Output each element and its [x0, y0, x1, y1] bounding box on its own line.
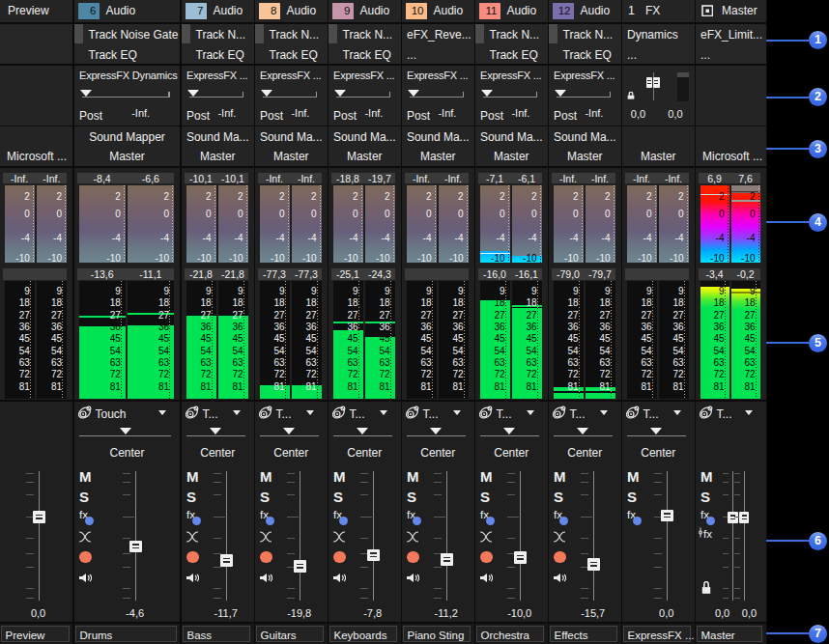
output-routing[interactable]: Master [549, 150, 621, 163]
output-routing[interactable]: Master [329, 150, 401, 163]
fader-track[interactable] [39, 471, 41, 602]
pan-slider-line[interactable] [333, 435, 392, 436]
fader-track[interactable] [593, 471, 595, 602]
phase-invert-icon[interactable] [332, 531, 346, 543]
strip-name-box[interactable]: Bass [183, 626, 250, 642]
mute-button[interactable]: M [186, 470, 199, 484]
insert-scrollbar-thumb[interactable] [182, 24, 190, 43]
insert-fx-item[interactable]: Track N... [343, 28, 393, 42]
pan-position-label[interactable]: Center [182, 446, 254, 460]
mute-button[interactable]: M [700, 470, 713, 484]
pan-slider-thumb[interactable] [503, 428, 515, 434]
output-routing[interactable]: Master [402, 150, 474, 163]
automation-mode-label[interactable]: T... [497, 407, 512, 421]
fader-track[interactable] [135, 471, 137, 602]
solo-button[interactable]: S [627, 490, 637, 504]
solo-button[interactable]: S [186, 490, 196, 504]
send-level-thumb[interactable] [187, 90, 199, 97]
insert-fx-list-fx-1[interactable]: Dynamics... [622, 24, 695, 64]
automation-mode-label[interactable]: T... [276, 407, 292, 421]
insert-fx-item[interactable]: ... [407, 48, 416, 62]
insert-fx-item[interactable]: ... [627, 48, 637, 62]
automation-settings-icon[interactable] [406, 406, 419, 419]
strip-name-box[interactable]: Orchestra [476, 626, 544, 642]
io-fader-handle-right[interactable] [653, 77, 660, 89]
insert-fx-list-track-6[interactable]: Track Noise GateTrack EQ [74, 24, 180, 64]
solo-button[interactable]: S [407, 490, 416, 504]
input-device[interactable]: Sound Ma... [255, 130, 328, 144]
fader-handle[interactable] [661, 510, 673, 522]
insert-fx-item[interactable]: Track N... [563, 28, 614, 42]
input-device[interactable]: Sound Mapper [74, 130, 180, 144]
phase-invert-icon[interactable] [479, 531, 493, 543]
fx-enabled-dot[interactable] [413, 517, 422, 526]
send-tap-label[interactable]: Post [407, 109, 430, 123]
solo-button[interactable]: S [554, 490, 563, 504]
insert-fx-list-track-8[interactable]: Track N...Track EQ [255, 24, 328, 64]
send-tap-label[interactable]: Post [260, 109, 283, 123]
send-fx-name[interactable]: ExpressFX ... [407, 70, 468, 81]
strip-name-box[interactable]: Piano Sting [403, 626, 471, 642]
record-arm-button[interactable] [333, 551, 346, 564]
automation-settings-icon[interactable] [332, 406, 346, 419]
output-routing[interactable]: Microsoft ... [702, 150, 762, 163]
fader-handle[interactable] [728, 512, 738, 524]
pan-slider-line[interactable] [627, 435, 686, 436]
automation-dropdown-arrow[interactable] [745, 410, 753, 415]
send-level-slider[interactable] [410, 97, 464, 98]
pan-slider-line[interactable] [186, 435, 245, 436]
insert-scrollbar-thumb[interactable] [549, 24, 557, 43]
send-fx-name[interactable]: ExpressFX ... [333, 70, 394, 81]
send-level-slider[interactable] [263, 97, 317, 98]
insert-fx-item[interactable]: Track EQ [490, 48, 538, 62]
automation-settings-icon[interactable] [626, 406, 640, 419]
insert-fx-item[interactable]: Track EQ [89, 48, 137, 62]
strip-header-track-6[interactable]: 6Audio [74, 0, 180, 22]
speaker-icon[interactable] [78, 573, 92, 583]
fx-enabled-dot[interactable] [192, 517, 202, 526]
fx-enabled-dot[interactable] [486, 517, 496, 526]
strip-name-box[interactable]: ExpressFX ... [623, 626, 691, 642]
pan-slider-thumb[interactable] [650, 428, 662, 434]
insert-fx-item[interactable]: eFX_Limit... [700, 28, 762, 42]
automation-dropdown-arrow[interactable] [453, 410, 461, 415]
send-fx-name[interactable]: ExpressFX Dynamics [79, 70, 178, 81]
insert-fx-list-master[interactable]: eFX_Limit...... [696, 24, 766, 64]
fader-handle[interactable] [587, 558, 600, 571]
insert-fx-list-track-12[interactable]: Track N...Track EQ [549, 24, 621, 64]
insert-scrollbar-thumb[interactable] [329, 24, 337, 43]
fx-enabled-dot[interactable] [559, 517, 569, 526]
fader-handle[interactable] [294, 560, 306, 573]
strip-header-fx-1[interactable]: 1FX [622, 0, 695, 22]
record-arm-button[interactable] [554, 551, 566, 564]
insert-scrollbar[interactable] [182, 24, 190, 64]
strip-header-track-9[interactable]: 9Audio [329, 0, 401, 22]
record-arm-button[interactable] [79, 551, 92, 564]
send-level-slider[interactable] [82, 97, 170, 98]
pan-slider-line[interactable] [554, 435, 613, 436]
record-arm-button[interactable] [407, 551, 419, 564]
send-level-thumb[interactable] [555, 90, 566, 97]
insert-fx-item[interactable]: Dynamics [627, 28, 678, 42]
insert-fx-item[interactable]: Track EQ [563, 48, 612, 62]
fader-track[interactable] [732, 471, 734, 602]
speaker-icon[interactable] [553, 573, 566, 583]
fader-track[interactable] [373, 471, 375, 602]
strip-name-box[interactable]: Effects [550, 626, 617, 642]
fader-track[interactable] [744, 471, 746, 602]
insert-scrollbar-thumb[interactable] [255, 24, 264, 43]
insert-fx-list-track-9[interactable]: Track N...Track EQ [329, 24, 401, 64]
input-device[interactable]: Sound Ma... [182, 130, 254, 144]
input-device[interactable]: Sound Ma... [549, 130, 621, 144]
fader-track[interactable] [446, 471, 448, 602]
strip-name-box[interactable]: Preview [1, 626, 70, 642]
solo-button[interactable]: S [700, 490, 710, 504]
strip-header-master[interactable]: Master [696, 0, 766, 22]
insert-fx-list-track-10[interactable]: eFX_Reve...... [402, 24, 474, 64]
fx-enabled-dot[interactable] [633, 517, 643, 526]
strip-header-track-12[interactable]: 12Audio [549, 0, 621, 22]
send-fx-name[interactable]: ExpressFX ... [554, 70, 615, 81]
mute-button[interactable]: M [407, 470, 419, 484]
insert-fx-item[interactable]: Track EQ [343, 48, 391, 62]
strip-header-track-11[interactable]: 11Audio [475, 0, 548, 22]
